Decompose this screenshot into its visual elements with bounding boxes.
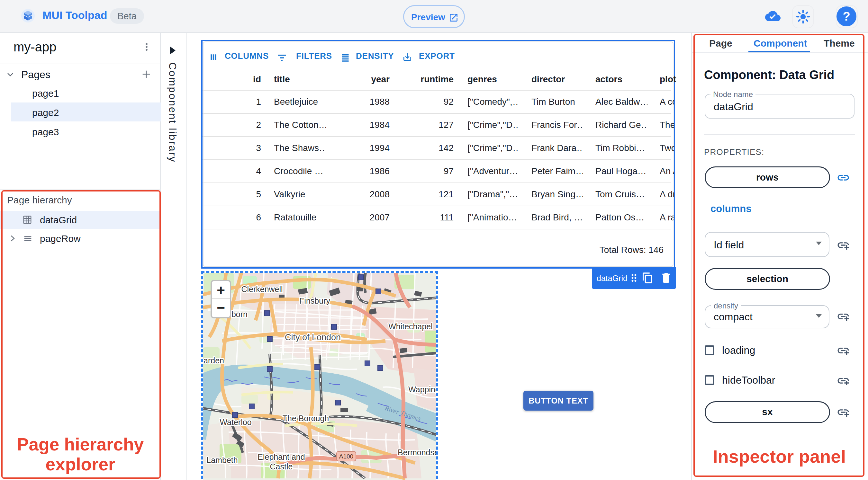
svg-text:City of London: City of London — [285, 332, 341, 342]
svg-text:Wapping: Wapping — [408, 385, 436, 394]
svg-text:arden: arden — [204, 356, 224, 365]
svg-text:The Borough: The Borough — [283, 414, 329, 423]
svg-text:Castle: Castle — [270, 462, 293, 471]
svg-text:Whitechapel: Whitechapel — [389, 322, 433, 331]
svg-text:Bermondse: Bermondse — [398, 448, 436, 457]
svg-text:Waterloo: Waterloo — [220, 418, 251, 427]
svg-text:A100: A100 — [339, 453, 353, 460]
svg-text:Lambeth: Lambeth — [207, 456, 238, 465]
svg-text:Clerkenwell: Clerkenwell — [241, 285, 283, 294]
svg-text:Elephant and: Elephant and — [257, 452, 305, 461]
svg-text:Finsbury: Finsbury — [299, 296, 330, 305]
svg-text:born: born — [231, 310, 248, 319]
